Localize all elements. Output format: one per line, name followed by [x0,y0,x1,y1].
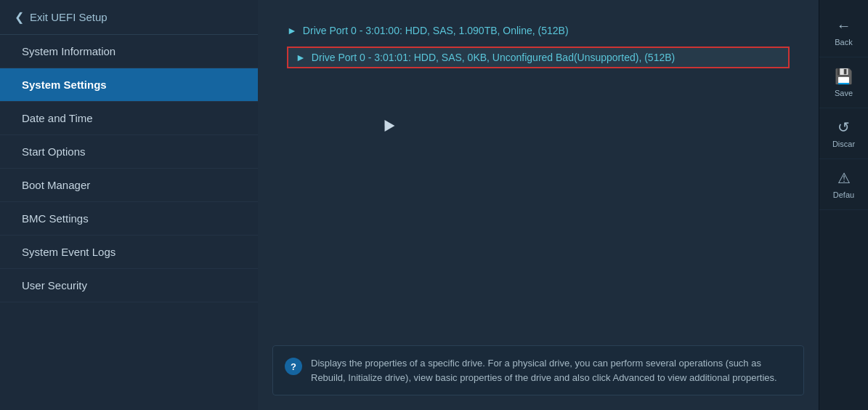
chevron-left-icon: ❮ [15,10,24,24]
info-text: Displays the properties of a specific dr… [311,356,792,385]
info-icon: ? [285,358,302,375]
sidebar: ❮ Exit UEFI Setup System Information Sys… [0,0,258,410]
drive-item-0[interactable]: ► Drive Port 0 - 3:01:00: HDD, SAS, 1.09… [287,22,790,39]
save-button[interactable]: 💾 Save [819,57,868,108]
sidebar-item-label: User Security [22,279,87,292]
back-icon: ← [837,17,851,34]
main-content: ► Drive Port 0 - 3:01:00: HDD, SAS, 1.09… [258,0,819,410]
default-label: Defau [833,190,854,199]
drive-label-0: Drive Port 0 - 3:01:00: HDD, SAS, 1.090T… [303,25,569,36]
sidebar-item-label: Start Options [22,145,86,158]
sidebar-item-start-options[interactable]: Start Options [0,135,258,169]
sidebar-item-system-event-logs[interactable]: System Event Logs [0,236,258,269]
sidebar-item-date-and-time[interactable]: Date and Time [0,102,258,135]
sidebar-item-label: Boot Manager [22,179,90,191]
mouse-cursor [380,117,395,132]
back-button[interactable]: ← Back [819,7,868,57]
back-label: Back [835,38,852,47]
drive-label-1: Drive Port 0 - 3:01:01: HDD, SAS, 0KB, U… [312,52,675,63]
sidebar-item-label: System Event Logs [22,246,115,258]
discard-label: Discar [832,140,855,148]
save-label: Save [835,89,853,97]
sidebar-item-label: System Settings [22,79,107,91]
discard-button[interactable]: ↺ Discar [819,108,868,159]
exit-label: Exit UEFI Setup [30,11,108,23]
drive-list: ► Drive Port 0 - 3:01:00: HDD, SAS, 1.09… [258,0,819,345]
discard-icon: ↺ [837,118,850,136]
sidebar-item-boot-manager[interactable]: Boot Manager [0,169,258,202]
right-panel: ← Back 💾 Save ↺ Discar ⚠ Defau [819,0,868,410]
sidebar-item-system-settings[interactable]: System Settings [0,68,258,102]
arrow-icon-1: ► [296,52,306,63]
default-icon: ⚠ [837,169,851,187]
sidebar-item-label: BMC Settings [22,212,89,225]
default-button[interactable]: ⚠ Defau [819,159,868,210]
info-box: ? Displays the properties of a specific … [272,345,804,395]
drive-item-1[interactable]: ► Drive Port 0 - 3:01:01: HDD, SAS, 0KB,… [287,47,790,68]
sidebar-item-system-information[interactable]: System Information [0,35,258,68]
sidebar-item-label: Date and Time [22,112,93,124]
exit-uefi-button[interactable]: ❮ Exit UEFI Setup [0,0,258,35]
save-icon: 💾 [835,68,853,85]
cursor-area [287,76,790,331]
sidebar-item-bmc-settings[interactable]: BMC Settings [0,202,258,236]
sidebar-item-label: System Information [22,45,115,57]
arrow-icon-0: ► [287,25,297,36]
sidebar-item-user-security[interactable]: User Security [0,269,258,302]
